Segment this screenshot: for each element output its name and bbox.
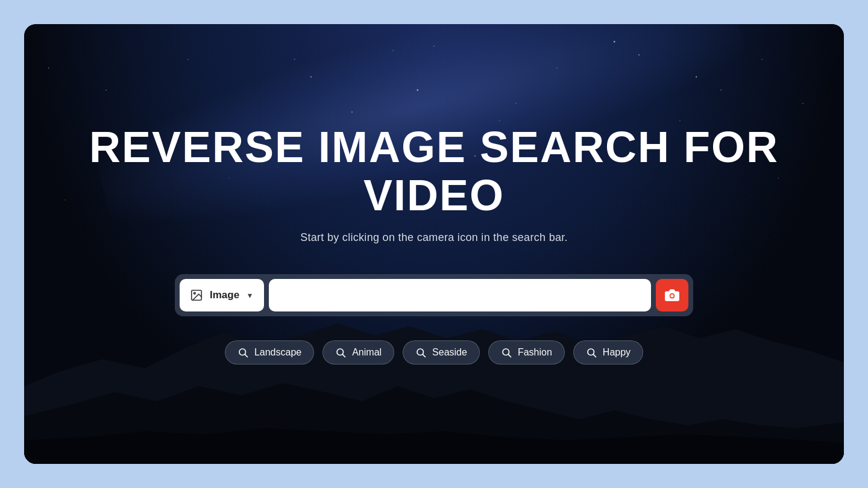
selector-label: Image bbox=[210, 289, 239, 301]
search-icon bbox=[501, 347, 512, 358]
svg-line-5 bbox=[245, 354, 247, 357]
svg-point-3 bbox=[670, 294, 673, 297]
page-title: REVERSE IMAGE SEARCH FOR VIDEO bbox=[48, 124, 820, 219]
chip-label: Happy bbox=[603, 347, 631, 358]
chip-seaside[interactable]: Seaside bbox=[403, 340, 480, 364]
camera-icon bbox=[664, 287, 680, 303]
main-container: REVERSE IMAGE SEARCH FOR VIDEO Start by … bbox=[24, 24, 844, 464]
svg-line-11 bbox=[508, 354, 511, 357]
chip-landscape[interactable]: Landscape bbox=[225, 340, 314, 364]
svg-point-1 bbox=[193, 292, 195, 294]
search-icon bbox=[586, 347, 597, 358]
suggestion-chips: Landscape Animal Seasi bbox=[225, 340, 643, 364]
chip-label: Seaside bbox=[432, 347, 467, 358]
chip-fashion[interactable]: Fashion bbox=[488, 340, 565, 364]
page-subtitle: Start by clicking on the camera icon in … bbox=[300, 231, 568, 244]
search-input[interactable] bbox=[269, 279, 651, 311]
search-bar: Image ▾ bbox=[175, 274, 693, 316]
search-icon bbox=[415, 347, 426, 358]
chip-label: Animal bbox=[352, 347, 382, 358]
chevron-down-icon: ▾ bbox=[248, 290, 252, 300]
search-icon bbox=[335, 347, 346, 358]
svg-line-13 bbox=[593, 354, 596, 357]
page-content: REVERSE IMAGE SEARCH FOR VIDEO Start by … bbox=[24, 24, 844, 464]
chip-label: Fashion bbox=[518, 347, 552, 358]
chip-label: Landscape bbox=[254, 347, 301, 358]
svg-line-7 bbox=[343, 354, 345, 357]
type-selector[interactable]: Image ▾ bbox=[180, 279, 264, 311]
svg-line-9 bbox=[423, 354, 425, 357]
camera-search-button[interactable] bbox=[656, 279, 688, 311]
image-icon bbox=[189, 288, 204, 302]
chip-happy[interactable]: Happy bbox=[573, 340, 643, 364]
search-icon bbox=[237, 347, 248, 358]
chip-animal[interactable]: Animal bbox=[322, 340, 394, 364]
